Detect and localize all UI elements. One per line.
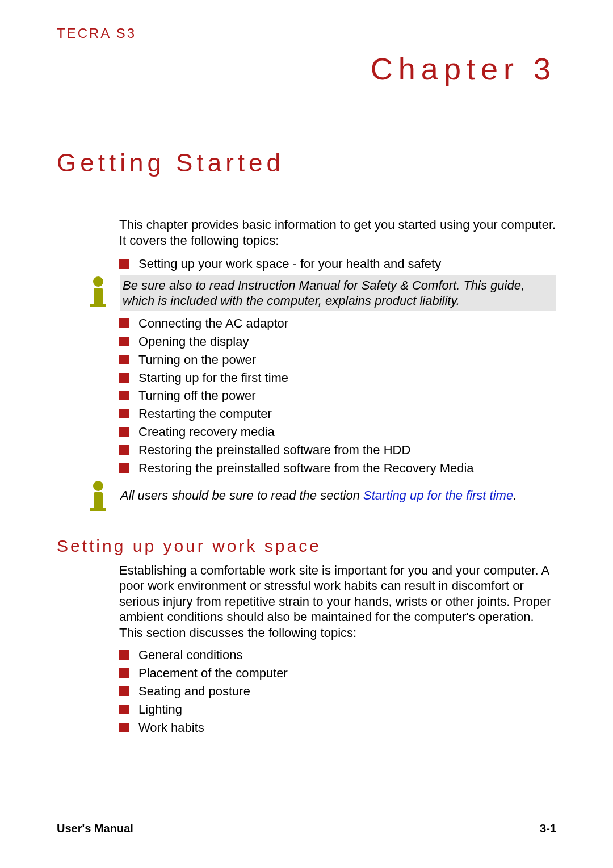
list-item: Restarting the computer bbox=[119, 405, 556, 423]
workspace-list: General conditions Placement of the comp… bbox=[119, 646, 556, 736]
link-starting-up[interactable]: Starting up for the first time bbox=[363, 488, 513, 502]
intro-paragraph: This chapter provides basic information … bbox=[119, 217, 556, 248]
info-icon bbox=[85, 275, 111, 308]
list-item: Turning off the power bbox=[119, 387, 556, 405]
note-text: All users should be sure to read the sec… bbox=[120, 480, 556, 504]
list-item: Creating recovery media bbox=[119, 423, 556, 441]
product-name: TECRA S3 bbox=[57, 26, 556, 41]
topics-list-1: Setting up your work space - for your he… bbox=[119, 255, 556, 273]
chapter-label: Chapter 3 bbox=[57, 51, 556, 86]
list-item: Placement of the computer bbox=[119, 664, 556, 682]
workspace-paragraph: Establishing a comfortable work site is … bbox=[119, 563, 556, 641]
list-item: Work habits bbox=[119, 719, 556, 737]
list-item: Lighting bbox=[119, 701, 556, 719]
list-item: Turning on the power bbox=[119, 351, 556, 369]
list-item: General conditions bbox=[119, 646, 556, 664]
list-item: Restoring the preinstalled software from… bbox=[119, 441, 556, 459]
list-item: Seating and posture bbox=[119, 682, 556, 701]
list-item: Restoring the preinstalled software from… bbox=[119, 459, 556, 477]
note-first-time: All users should be sure to read the sec… bbox=[85, 480, 556, 513]
section-title-workspace: Setting up your work space bbox=[57, 536, 556, 556]
topics-list-2: Connecting the AC adaptor Opening the di… bbox=[119, 315, 556, 477]
note-safety: Be sure also to read Instruction Manual … bbox=[85, 275, 556, 311]
list-item: Opening the display bbox=[119, 333, 556, 351]
header-rule bbox=[57, 45, 556, 45]
note-text: Be sure also to read Instruction Manual … bbox=[120, 275, 556, 311]
list-item: Starting up for the first time bbox=[119, 369, 556, 387]
note-suffix: . bbox=[513, 488, 517, 502]
note-prefix: All users should be sure to read the sec… bbox=[120, 488, 363, 502]
footer-manual-label: User's Manual bbox=[57, 822, 133, 835]
page-footer: User's Manual 3-1 bbox=[57, 816, 556, 835]
list-item: Connecting the AC adaptor bbox=[119, 315, 556, 333]
footer-rule bbox=[57, 816, 556, 816]
chapter-title: Getting Started bbox=[57, 149, 556, 177]
footer-page-number: 3-1 bbox=[540, 822, 556, 835]
info-icon bbox=[85, 480, 111, 513]
list-item: Setting up your work space - for your he… bbox=[119, 255, 556, 273]
